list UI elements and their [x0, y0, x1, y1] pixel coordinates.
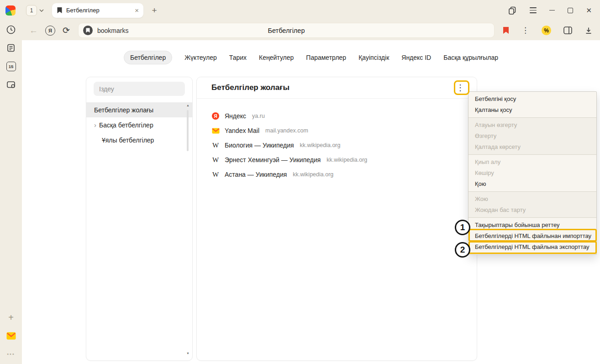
sidebar: 15 + ••• — [0, 21, 22, 364]
mail-favicon — [211, 128, 220, 134]
tab-panels-icon[interactable] — [508, 6, 517, 15]
bookmark-url: kk.wikipedia.org — [300, 142, 341, 148]
tab-group-count: 1 — [26, 5, 37, 16]
nav-tab-other-devices[interactable]: Басқа құрылғылар — [443, 51, 498, 64]
browser-menu-icon[interactable] — [530, 7, 537, 13]
tab-close-icon[interactable]: × — [135, 7, 139, 14]
folder-label: Ұялы бетбелгілер — [102, 137, 154, 144]
nav-tab-extensions[interactable]: Кеңейтулер — [259, 51, 294, 64]
scrollbar-thumb[interactable] — [187, 110, 189, 151]
menu-item-add-folder[interactable]: Қалтаны қосу — [468, 105, 596, 116]
search-input[interactable] — [94, 82, 185, 96]
menu-item-paste[interactable]: Қою — [468, 179, 596, 190]
menu-group: Бетбелгіні қосу Қалтаны қосу — [468, 92, 596, 117]
tab-strip: 1 Бетбелгілер × + ✕ — [0, 0, 600, 21]
folder-item-mobile-bookmarks[interactable]: Ұялы бетбелгілер — [86, 132, 192, 148]
bookmark-title: Биология — Уикипедия — [225, 142, 294, 149]
folders-panel: Бетбелгілер жолағы › Басқа бетбелгілер Ұ… — [86, 77, 193, 361]
wikipedia-favicon: W — [211, 142, 220, 149]
add-panel-icon[interactable]: + — [0, 308, 22, 327]
address-bar[interactable]: bookmarks Бетбелгілер — [78, 23, 495, 38]
menu-item-export-html[interactable]: Бетбелгілерді HTML файлына экспорттау — [468, 242, 596, 253]
bookmark-title: Yandex Mail — [225, 127, 259, 134]
active-tab[interactable]: Бетбелгілер × — [52, 3, 143, 18]
bookmarks-panel-header: Бетбелгілер жолағы ⋮ — [197, 77, 477, 99]
wikipedia-favicon: W — [211, 171, 220, 179]
site-favicon — [83, 26, 93, 35]
percent-glyph: % — [544, 27, 549, 34]
history-icon[interactable] — [0, 21, 22, 39]
bookmark-url: mail.yandex.com — [265, 127, 308, 134]
bookmark-title: Яндекс — [225, 112, 246, 120]
bookmarks-panel: Бетбелгілер жолағы ⋮ Я Яндекс ya.ru Yand… — [196, 77, 477, 361]
folder-label: Бетбелгілер жолағы — [94, 106, 153, 114]
folder-item-bookmarks-bar[interactable]: Бетбелгілер жолағы — [86, 102, 192, 117]
menu-group: Қиып алу Көшіру Қою — [468, 154, 596, 191]
yandex-browser-logo-icon[interactable] — [5, 5, 16, 16]
side-panel-icon[interactable] — [563, 26, 572, 34]
toolbar-right-icons: ⋮ % — [503, 26, 593, 35]
bookmark-row[interactable]: W Эрнест Хемингуэй — Уикипедия kk.wikipe… — [197, 153, 477, 167]
search-box — [94, 82, 185, 96]
nav-tab-downloads[interactable]: Жүктеулер — [184, 51, 217, 64]
folder-label: Басқа бетбелгілер — [99, 121, 153, 129]
wikipedia-favicon: W — [211, 156, 220, 164]
context-menu: Бетбелгіні қосу Қалтаны қосу Атауын өзге… — [468, 91, 597, 255]
settings-nav: Бетбелгілер Жүктеулер Тарих Кеңейтулер П… — [22, 51, 600, 64]
bookmark-row[interactable]: Я Яндекс ya.ru — [197, 109, 477, 123]
bookmark-title: Астана — Уикипедия — [225, 171, 287, 178]
reload-button[interactable]: ⟳ — [63, 25, 70, 36]
calendar-icon[interactable]: 15 — [0, 57, 22, 75]
bookmark-row[interactable]: W Астана — Уикипедия kk.wikipedia.org — [197, 167, 477, 182]
maximize-button[interactable] — [568, 8, 573, 13]
menu-group: Атауын өзгерту Өзгерту Қалтада көрсету — [468, 117, 596, 154]
calendar-day: 15 — [9, 64, 14, 69]
menu-item-add-bookmark[interactable]: Бетбелгіні қосу — [468, 94, 596, 105]
download-icon[interactable] — [584, 26, 593, 35]
address-text: bookmarks — [97, 27, 128, 34]
menu-item-edit: Өзгерту — [468, 131, 596, 142]
yandex-letter: Я — [48, 28, 52, 33]
screenshot-icon[interactable] — [0, 75, 22, 94]
chevron-right-icon: › — [94, 121, 96, 128]
tab-group-button[interactable]: 1 — [22, 3, 48, 18]
more-options-icon[interactable]: ⋮ — [521, 26, 529, 35]
menu-item-delete: Жою — [468, 194, 596, 205]
feed-icon[interactable] — [0, 39, 22, 57]
menu-group: Тақырыптары бойынша реттеу Бетбелгілерді… — [468, 217, 596, 254]
tab-title: Бетбелгілер — [66, 7, 131, 14]
sidebar-more-icon[interactable]: ••• — [0, 345, 22, 363]
nav-tab-bookmarks[interactable]: Бетбелгілер — [124, 51, 172, 64]
dots-glyph: ••• — [7, 351, 15, 357]
menu-item-import-html[interactable]: Бетбелгілерді HTML файлынан импорттау — [468, 231, 596, 242]
nav-tab-yandex-id[interactable]: Яндекс ID — [401, 51, 431, 64]
page-title: Бетбелгілер — [79, 27, 494, 34]
panel-title: Бетбелгілер жолағы — [211, 83, 289, 92]
yandex-mail-icon[interactable] — [0, 327, 22, 345]
nav-tab-history[interactable]: Тарих — [229, 51, 247, 64]
panel-menu-button[interactable]: ⋮ — [454, 81, 467, 94]
minimize-button[interactable] — [549, 10, 555, 11]
nav-tab-settings[interactable]: Параметрлер — [306, 51, 346, 64]
menu-item-rename: Атауын өзгерту — [468, 120, 596, 131]
menu-item-cut: Қиып алу — [468, 157, 596, 168]
menu-item-sort-by-title[interactable]: Тақырыптары бойынша реттеу — [468, 220, 596, 231]
scroll-up-arrow[interactable]: ▲ — [186, 104, 189, 107]
folder-list: Бетбелгілер жолағы › Басқа бетбелгілер Ұ… — [86, 102, 192, 148]
bookmark-row[interactable]: Yandex Mail mail.yandex.com — [197, 123, 477, 138]
offers-icon[interactable]: % — [542, 26, 551, 35]
bookmark-url: ya.ru — [252, 113, 265, 119]
bookmark-flag-icon[interactable] — [503, 26, 509, 34]
folder-item-other-bookmarks[interactable]: › Басқа бетбелгілер — [86, 117, 192, 132]
close-window-button[interactable]: ✕ — [586, 6, 592, 15]
yandex-favicon: Я — [211, 112, 220, 120]
new-tab-button[interactable]: + — [148, 5, 160, 16]
menu-group: Жою Жоюдан бас тарту — [468, 191, 596, 217]
yandex-home-button[interactable]: Я — [45, 26, 55, 36]
chevron-down-icon — [39, 9, 44, 12]
back-button[interactable]: ← — [29, 26, 38, 36]
scroll-down-arrow[interactable]: ▼ — [186, 352, 189, 355]
bookmark-url: kk.wikipedia.org — [293, 171, 333, 178]
nav-tab-security[interactable]: Қауіпсіздік — [358, 51, 389, 64]
bookmark-row[interactable]: W Биология — Уикипедия kk.wikipedia.org — [197, 138, 477, 153]
